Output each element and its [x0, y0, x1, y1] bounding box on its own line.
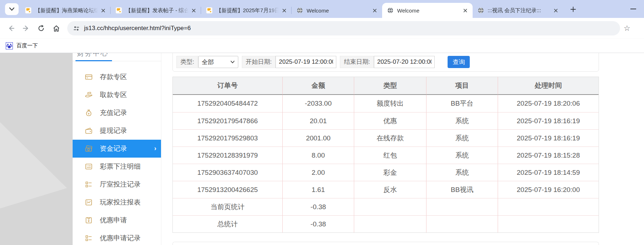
process-time-cell: [498, 215, 599, 232]
chevron-down-icon: [230, 61, 235, 63]
tab-forum-2[interactable]: 【新提醒】发表帖子 - 综合: [111, 3, 201, 18]
type-cell: 彩金: [354, 164, 426, 181]
column-header-project: 项目: [426, 77, 498, 95]
sidebar-item-promo-apply-records[interactable]: 优惠申请记录: [73, 229, 161, 245]
tab-welcome-1[interactable]: Welcome: [292, 3, 382, 18]
close-icon[interactable]: [461, 6, 469, 14]
chevron-down-icon: [9, 8, 14, 11]
sidebar-item-label: 优惠申请记录: [100, 234, 141, 243]
forum-favicon: [25, 7, 31, 14]
home-button[interactable]: [50, 22, 62, 34]
next-section-panel-top: [172, 242, 599, 245]
forward-button[interactable]: [20, 22, 32, 34]
minimize-button[interactable]: [630, 9, 636, 9]
sidebar-item-withdraw-zone[interactable]: 取款专区: [73, 86, 161, 104]
amount-cell: 20.01: [282, 112, 354, 129]
home-icon: [53, 25, 60, 32]
table-row: 1752920405484472 -2033.00 额度转出 BB平台 2025…: [173, 95, 599, 112]
page-content: 财务中心 存款专区 取款专区 ¥ 充值记录 提现记录: [0, 53, 644, 245]
table-row: 1752920179547866 20.01 优惠 系统 2025-07-19 …: [173, 112, 599, 129]
sidebar-item-label: 存款专区: [100, 72, 127, 82]
type-select[interactable]: 全部: [198, 56, 238, 68]
svg-text:¥: ¥: [88, 112, 90, 115]
start-date-input[interactable]: [275, 56, 336, 68]
tab-title: 【新提醒】发表帖子 - 综合: [126, 7, 190, 14]
sidebar-item-fund-records[interactable]: 资金记录 ›: [73, 140, 161, 158]
order-id-cell: 1752920128391979: [173, 146, 282, 164]
tab-title: 【新提醒】海燕策略论坛综: [35, 7, 99, 14]
amount-cell: 8.00: [282, 146, 354, 164]
close-icon[interactable]: [99, 6, 107, 14]
sidebar-item-label: 充值记录: [100, 108, 127, 117]
process-time-cell: [498, 198, 599, 215]
close-icon[interactable]: [280, 6, 288, 14]
amount-cell: -2033.00: [282, 95, 354, 112]
sidebar-item-recharge-records[interactable]: ¥ 充值记录: [73, 104, 161, 122]
globe-icon: [297, 7, 303, 14]
project-cell: 系统: [426, 129, 498, 146]
bookmark-baidu[interactable]: 百度一下: [6, 42, 38, 49]
project-cell: [426, 215, 498, 232]
project-cell: 系统: [426, 146, 498, 164]
withdraw-hand-icon: [85, 91, 93, 99]
filter-panel: 类型: 全部 开始日期: 结束日期: 查询: [172, 53, 599, 72]
type-cell: 红包: [354, 146, 426, 164]
query-button[interactable]: 查询: [448, 56, 470, 68]
list-card-icon: [85, 163, 93, 170]
sidebar-item-deposit-zone[interactable]: 存款专区: [73, 68, 161, 86]
reload-button[interactable]: [35, 22, 47, 34]
browser-window: 【新提醒】海燕策略论坛综 【新提醒】发表帖子 - 综合 【新提醒】2025年7月…: [0, 0, 644, 245]
sidebar-item-promo-apply[interactable]: ¥ 优惠申请: [73, 211, 161, 229]
tab-search-button[interactable]: [5, 3, 19, 15]
order-id-cell: 1752920179547866: [173, 112, 282, 129]
sidebar-item-withdrawal-records[interactable]: 提现记录: [73, 122, 161, 140]
back-button[interactable]: [5, 22, 17, 34]
process-time-cell: 2025-07-19 18:16:19: [498, 129, 599, 146]
end-date-input[interactable]: [374, 56, 435, 68]
sidebar: 财务中心 存款专区 取款专区 ¥ 充值记录 提现记录: [73, 53, 161, 245]
table-row: 1752920128391979 8.00 红包 系统 2025-07-19 1…: [173, 146, 599, 164]
tab-title: Welcome: [397, 8, 461, 14]
project-cell: 系统: [426, 112, 498, 129]
type-cell: 在线存款: [354, 129, 426, 146]
table-row: 1752920179529803 2001.00 在线存款 系统 2025-07…: [173, 129, 599, 146]
order-id-cell: 1752903637407030: [173, 164, 282, 181]
chart-report-icon: [85, 198, 93, 206]
globe-icon: [478, 7, 484, 14]
tab-video-records[interactable]: :::视讯 会员下注纪录:::: [473, 3, 563, 18]
project-cell: 系统: [426, 164, 498, 181]
tab-forum-1[interactable]: 【新提醒】海燕策略论坛综: [20, 3, 111, 18]
sidebar-item-label: 资金记录: [100, 144, 127, 153]
tab-forum-3[interactable]: 【新提醒】2025年7月19日: [201, 3, 292, 18]
sidebar-item-lottery-bet-details[interactable]: 彩票下注明细: [73, 158, 161, 176]
close-icon[interactable]: [552, 6, 560, 14]
chevron-right-icon: ›: [154, 145, 156, 152]
wallet-icon: [85, 127, 93, 135]
close-icon[interactable]: [190, 6, 197, 14]
tab-title: 【新提醒】2025年7月19日: [216, 7, 280, 14]
sidebar-item-player-bet-report[interactable]: 玩家投注报表: [73, 193, 161, 211]
tab-strip: 【新提醒】海燕策略论坛综 【新提醒】发表帖子 - 综合 【新提醒】2025年7月…: [0, 0, 644, 18]
svg-text:¥: ¥: [88, 219, 89, 223]
process-time-cell: 2025-07-19 18:14:59: [498, 164, 599, 181]
forward-arrow-icon: [23, 25, 30, 32]
forum-favicon: [116, 7, 122, 14]
table-row: 1752903637407030 2.00 彩金 系统 2025-07-19 1…: [173, 164, 599, 181]
address-bar[interactable]: js13.cc/hhcp/usercenter.html?iniType=6: [67, 21, 620, 35]
new-tab-button[interactable]: [568, 4, 578, 14]
summary-row-total: 总统计 -0.38: [173, 215, 599, 232]
process-time-cell: 2025-07-19 18:16:19: [498, 112, 599, 129]
sidebar-item-room-bet-records[interactable]: 厅室投注记录: [73, 176, 161, 193]
url-text[interactable]: js13.cc/hhcp/usercenter.html?iniType=6: [84, 25, 191, 32]
amount-cell: -0.38: [282, 215, 354, 232]
deposit-card-icon: [85, 73, 93, 81]
sidebar-item-label: 玩家投注报表: [100, 198, 141, 207]
process-time-cell: 2025-07-19 18:20:06: [498, 95, 599, 112]
bookmark-star-icon[interactable]: ☆: [624, 24, 630, 33]
close-icon[interactable]: [371, 6, 379, 14]
project-cell: [426, 198, 498, 215]
summary-label-cell: 总统计: [173, 215, 282, 232]
baidu-paw-icon: [6, 42, 13, 49]
back-arrow-icon: [8, 25, 15, 32]
tab-welcome-active[interactable]: Welcome: [382, 3, 473, 18]
